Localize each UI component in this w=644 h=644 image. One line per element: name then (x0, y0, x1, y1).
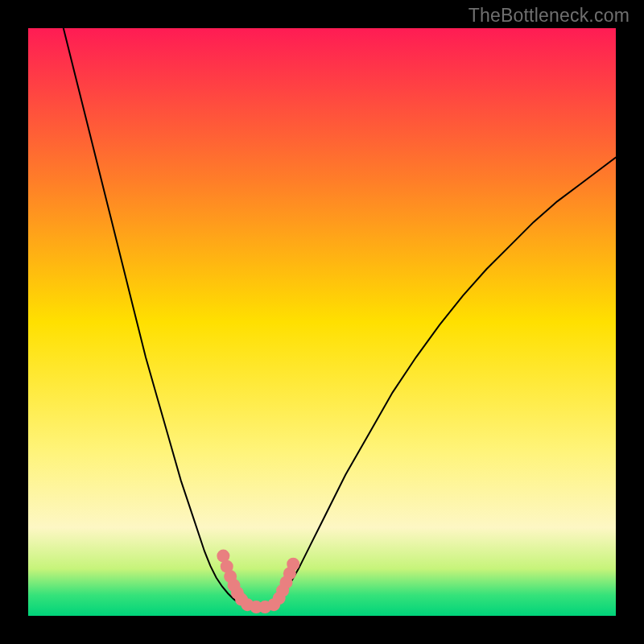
valley-marker-right-ascend-pt-4 (287, 558, 299, 571)
chart-svg (28, 28, 616, 616)
background-gradient (28, 28, 616, 616)
plot-area (28, 28, 616, 616)
chart-frame: TheBottleneck.com (0, 0, 644, 644)
watermark-text: TheBottleneck.com (469, 5, 630, 27)
